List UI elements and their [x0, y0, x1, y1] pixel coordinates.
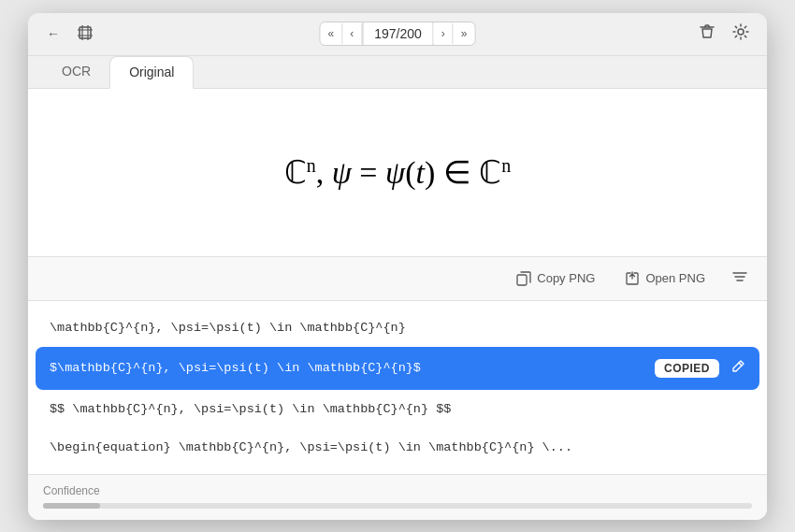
svg-rect-6 [517, 275, 527, 285]
result-text-2: $\mathbb{C}^{n}, \psi=\psi(t) \in \mathb… [50, 361, 421, 375]
svg-rect-0 [80, 27, 91, 38]
tabs-bar: OCR Original [28, 56, 767, 89]
first-page-button[interactable]: « [321, 23, 343, 44]
title-bar: ← « ‹ 197/200 › [28, 13, 767, 56]
back-button[interactable]: ← [43, 24, 64, 43]
delete-button[interactable] [696, 21, 718, 48]
edit-icon[interactable] [730, 359, 745, 378]
result-text-1: \mathbb{C}^{n}, \psi=\psi(t) \in \mathbb… [50, 321, 406, 335]
confidence-bar-fill [43, 503, 100, 509]
copy-png-button[interactable]: Copy PNG [509, 267, 602, 290]
title-bar-left: ← [43, 22, 97, 46]
svg-point-5 [738, 29, 744, 35]
page-counter: 197/200 [362, 22, 434, 45]
math-display: ℂn, ψ = ψ(t) ∈ ℂn [284, 153, 512, 191]
open-png-label: Open PNG [645, 271, 705, 285]
action-bar: Copy PNG Open PNG [28, 257, 767, 301]
nav-group: « ‹ 197/200 › » [320, 22, 476, 46]
title-bar-inner: ← « ‹ 197/200 › [43, 21, 752, 48]
main-window: ← « ‹ 197/200 › [28, 13, 767, 520]
result-2-actions: COPIED [655, 359, 745, 378]
filter-icon [731, 268, 748, 285]
result-item-3[interactable]: $$ \mathbb{C}^{n}, \psi=\psi(t) \in \mat… [36, 390, 759, 428]
math-formula: ℂn, ψ = ψ(t) ∈ ℂn [284, 153, 512, 191]
prev-page-button[interactable]: ‹ [342, 23, 362, 44]
result-item-2[interactable]: $\mathbb{C}^{n}, \psi=\psi(t) \in \mathb… [36, 347, 759, 390]
result-item-1[interactable]: \mathbb{C}^{n}, \psi=\psi(t) \in \mathbb… [36, 309, 759, 347]
tab-original[interactable]: Original [109, 56, 194, 89]
results-list: \mathbb{C}^{n}, \psi=\psi(t) \in \mathbb… [28, 301, 767, 474]
copy-png-label: Copy PNG [537, 271, 595, 285]
confidence-bar-background [43, 503, 752, 509]
crop-button[interactable] [73, 22, 97, 46]
confidence-label: Confidence [43, 484, 752, 497]
copy-png-icon [516, 271, 531, 286]
confidence-footer: Confidence [28, 474, 767, 520]
pagination-controls: « ‹ 197/200 › » [320, 22, 476, 46]
copied-badge: COPIED [655, 359, 719, 378]
open-png-button[interactable]: Open PNG [617, 267, 713, 290]
filter-button[interactable] [728, 265, 752, 293]
title-bar-right [696, 21, 752, 48]
math-preview-area: ℂn, ψ = ψ(t) ∈ ℂn [28, 89, 767, 257]
result-item-4[interactable]: \begin{equation} \mathbb{C}^{n}, \psi=\p… [36, 428, 759, 467]
tab-ocr[interactable]: OCR [43, 56, 109, 88]
result-text-4: \begin{equation} \mathbb{C}^{n}, \psi=\p… [50, 440, 572, 454]
open-png-icon [625, 271, 640, 286]
result-text-3: $$ \mathbb{C}^{n}, \psi=\psi(t) \in \mat… [50, 402, 451, 416]
settings-button[interactable] [730, 21, 752, 48]
last-page-button[interactable]: » [454, 23, 475, 44]
next-page-button[interactable]: › [434, 23, 454, 44]
